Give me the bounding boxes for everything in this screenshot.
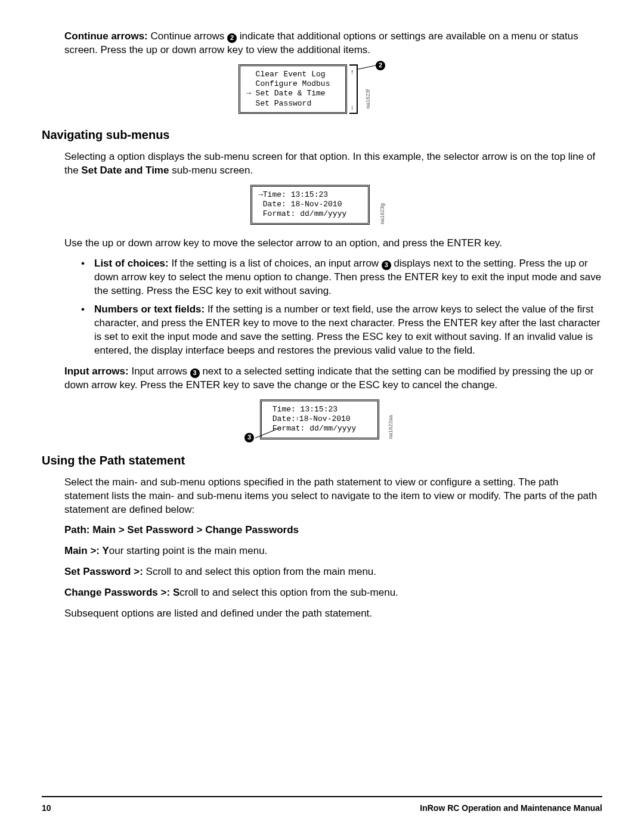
selector-arrow-icon: → — [258, 190, 263, 199]
lcd-in-line1: Time: 13:15:23 — [273, 405, 338, 414]
lcd-line3: Set Date & Time — [256, 89, 326, 98]
figure-input-arrows: Time: 13:15:23 Date:↕18-Nov-2010 Format:… — [242, 400, 402, 439]
callout-3-balloon: 3 — [244, 433, 254, 442]
heading-navigating-submenus: Navigating sub-menus — [42, 128, 602, 142]
path-main-firstchar: Y — [102, 545, 109, 556]
lcd-sp — [268, 414, 273, 423]
figure-id-label: na1622aa — [388, 415, 394, 439]
callout-3-icon: 3 — [190, 368, 200, 378]
page: Continue arrows: Continue arrows 2 indic… — [0, 0, 644, 833]
lcd-line — [246, 99, 256, 108]
lcd-in-line2a: Date: — [273, 414, 296, 423]
path-chpw-label: Change Passwords >: — [64, 587, 173, 598]
callout-3-icon: 3 — [382, 261, 391, 270]
path-setpw-text: Scroll to and select this option from th… — [146, 566, 376, 577]
lcd-in-line2b: 18-Nov-2010 — [299, 414, 351, 423]
bullet-numbers-text: Numbers or text fields: If the setting i… — [79, 303, 602, 358]
nav-after-fig: Use the up or down arrow key to move the… — [64, 237, 602, 250]
page-number: 10 — [42, 803, 51, 813]
figure-submenu: →Time: 13:15:23 Date: 18-Nov-2010 Format… — [250, 185, 394, 225]
footer-rule — [42, 796, 602, 797]
continue-arrows-label: Continue arrows: — [64, 30, 148, 42]
callout-2-balloon: 2 — [376, 61, 385, 70]
lcd-line4: Set Password — [256, 99, 312, 108]
figure-id-label: na1623g — [379, 203, 385, 224]
lcd-continue: Clear Event Log Configure Modbus → Set D… — [239, 64, 347, 114]
lcd-line2: Configure Modbus — [256, 79, 330, 88]
bullet2-prefix: Numbers or text fields: — [94, 304, 205, 315]
path-chpw-rest: croll to and select this option from the… — [179, 587, 398, 598]
lcd-sm-line2: Date: 18-Nov-2010 — [263, 200, 342, 209]
path-chpw-line: Change Passwords >: Scroll to and select… — [64, 586, 602, 600]
figure-continue-arrows: Clear Event Log Configure Modbus → Set D… — [239, 64, 405, 114]
path-setpw-line: Set Password >: Scroll to and select thi… — [64, 565, 602, 579]
lcd-submenu: →Time: 13:15:23 Date: 18-Nov-2010 Format… — [250, 185, 370, 225]
path-trailer: Subsequent options are listed and define… — [64, 607, 602, 621]
nav-bullet-list: List of choices: If the setting is a lis… — [79, 257, 602, 358]
input-arrows-label: Input arrows: — [64, 366, 129, 377]
lcd-in-line3: Format: dd/mm/yyyy — [273, 424, 356, 433]
lcd-sm-line1a: Time: — [263, 190, 286, 199]
lcd-line1: Clear Event Log — [256, 70, 326, 79]
nav-intro-after: sub-menu screen. — [172, 165, 253, 176]
bullet1-prefix: List of choices: — [94, 258, 169, 269]
bullet1-before: If the setting is a list of choices, an … — [171, 258, 381, 269]
path-setpw-label: Set Password >: — [64, 566, 143, 577]
nav-submenus-intro: Selecting a option displays the sub-menu… — [64, 150, 602, 178]
lcd-sm-line3: Format: dd/mm/yyyy — [263, 209, 346, 218]
continue-arrow-scrollbar-icon — [349, 64, 358, 114]
input-text-before: Input arrows — [131, 366, 190, 377]
callout-2-icon: 2 — [227, 33, 237, 43]
footer-title: InRow RC Operation and Maintenance Manua… — [420, 803, 602, 813]
path-intro: Select the main- and sub-menu options sp… — [64, 476, 602, 517]
heading-path-statement: Using the Path statement — [42, 454, 602, 467]
lcd-sp — [258, 200, 263, 209]
lcd-sp — [268, 405, 273, 414]
nav-intro-bold: Set Date and Time — [81, 165, 169, 176]
path-main-line: Main >: Your starting point is the main … — [64, 544, 602, 558]
continue-text-before: Continue arrows — [151, 30, 228, 42]
selector-arrow-icon: → — [246, 89, 256, 98]
path-main-label: Main >: — [64, 545, 102, 556]
callout-leader-line — [357, 65, 376, 70]
lcd-line — [246, 79, 256, 88]
page-footer: 10 InRow RC Operation and Maintenance Ma… — [42, 803, 602, 813]
lcd-sm-line1b: 13:15:23 — [286, 190, 328, 199]
lcd-input: Time: 13:15:23 Date:↕18-Nov-2010 Format:… — [260, 400, 379, 439]
bullet-list-of-choices: List of choices: If the setting is a lis… — [79, 257, 602, 298]
path-main-rest: our starting point is the main menu. — [109, 545, 268, 556]
input-arrows-paragraph: Input arrows: Input arrows 3 next to a s… — [64, 365, 602, 392]
lcd-line — [246, 70, 256, 79]
lcd-sp — [258, 209, 263, 218]
path-example-line: Path: Main > Set Password > Change Passw… — [64, 524, 602, 537]
path-chpw-firstchar: S — [173, 587, 179, 598]
input-arrow-up-icon: ↕ — [296, 416, 299, 422]
continue-arrows-paragraph: Continue arrows: Continue arrows 2 indic… — [64, 30, 602, 57]
figure-id-label: na1623f — [365, 89, 371, 109]
